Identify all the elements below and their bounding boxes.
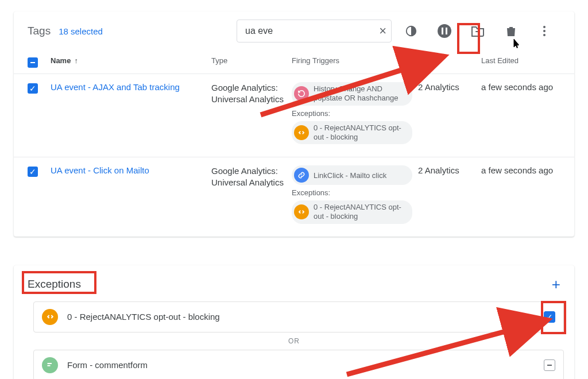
svg-point-5 — [543, 34, 546, 36]
tags-panel: Tags 18 selected ua eve × — [14, 11, 574, 237]
svg-point-3 — [543, 26, 546, 28]
search-input[interactable]: ua eve × — [237, 20, 392, 42]
clear-search-icon[interactable]: × — [379, 24, 386, 38]
toolbar — [400, 20, 560, 42]
link-icon — [294, 168, 309, 183]
svg-rect-6 — [30, 62, 35, 63]
exception-chip[interactable]: 0 - RejectANALYTICS opt-out - blocking — [292, 121, 412, 145]
code-icon — [42, 309, 58, 325]
code-icon — [294, 204, 309, 219]
tag-type: Google Analytics: Universal Analytics — [211, 165, 292, 189]
svg-rect-8 — [547, 365, 552, 366]
last-edited-cell: a few seconds ago — [481, 82, 570, 92]
tag-name-link[interactable]: UA event - Click on Mailto — [51, 165, 211, 175]
firing-triggers-cell: History Change AND popstate OR hashchang… — [292, 82, 418, 148]
or-separator: OR — [14, 332, 574, 350]
search-value: ua eve — [245, 26, 379, 36]
trigger-chip[interactable]: History Change AND popstate OR hashchang… — [292, 82, 412, 106]
history-icon — [294, 86, 309, 101]
table-row[interactable]: ✓ UA event - AJAX and Tab tracking Googl… — [14, 74, 574, 157]
exception-item[interactable]: Form - commentform — [33, 350, 564, 380]
code-icon — [294, 125, 309, 140]
tags-header: Tags 18 selected ua eve × — [14, 11, 574, 51]
last-edited-cell: a few seconds ago — [481, 165, 570, 175]
add-exception-button[interactable]: + — [552, 276, 560, 293]
col-last-edited[interactable]: Last Edited — [481, 56, 570, 65]
exceptions-label: Exceptions: — [292, 109, 418, 118]
svg-rect-2 — [446, 28, 447, 34]
exceptions-panel: Exceptions + 0 - RejectANALYTICS opt-out… — [14, 265, 574, 380]
row-checkbox[interactable]: ✓ — [28, 83, 38, 94]
move-to-folder-icon[interactable] — [466, 20, 489, 42]
form-icon — [42, 357, 58, 373]
row-checkbox[interactable]: ✓ — [28, 167, 38, 177]
exceptions-title: Exceptions — [28, 278, 81, 291]
trigger-chip[interactable]: LinkClick - Mailto click — [292, 165, 412, 185]
firing-triggers-cell: LinkClick - Mailto click Exceptions: 0 -… — [292, 165, 418, 227]
col-type[interactable]: Type — [211, 56, 292, 65]
tag-type: Google Analytics: Universal Analytics — [211, 82, 292, 106]
delete-icon[interactable] — [500, 20, 523, 42]
svg-rect-1 — [442, 28, 443, 34]
exceptions-label: Exceptions: — [292, 188, 418, 197]
folder-cell: 2 Analytics — [418, 82, 481, 92]
svg-point-4 — [543, 30, 546, 32]
table-row[interactable]: ✓ UA event - Click on Mailto Google Anal… — [14, 157, 574, 237]
exception-label: Form - commentform — [67, 360, 148, 370]
exception-chip[interactable]: 0 - RejectANALYTICS opt-out - blocking — [292, 200, 412, 224]
col-folder[interactable]: Folder — [418, 56, 481, 65]
exception-label: 0 - RejectANALYTICS opt-out - blocking — [67, 312, 220, 322]
exception-item[interactable]: 0 - RejectANALYTICS opt-out - blocking ✓ — [33, 301, 564, 332]
preview-icon[interactable] — [400, 20, 423, 42]
col-name[interactable]: Name ↑ — [51, 56, 211, 65]
select-all-checkbox[interactable] — [28, 57, 38, 68]
tag-name-link[interactable]: UA event - AJAX and Tab tracking — [51, 82, 211, 92]
col-firing[interactable]: Firing Triggers — [292, 56, 418, 65]
exceptions-header: Exceptions + — [14, 265, 574, 301]
selected-count[interactable]: 18 selected — [59, 26, 103, 36]
more-icon[interactable] — [533, 20, 556, 42]
table-header: Name ↑ Type Firing Triggers Folder Last … — [14, 51, 574, 74]
sort-asc-icon: ↑ — [74, 56, 78, 65]
tags-title: Tags — [28, 25, 51, 37]
exception-checkbox[interactable] — [544, 359, 555, 371]
exception-checkbox[interactable]: ✓ — [544, 311, 555, 323]
folder-cell: 2 Analytics — [418, 165, 481, 175]
pause-icon[interactable] — [433, 20, 456, 42]
